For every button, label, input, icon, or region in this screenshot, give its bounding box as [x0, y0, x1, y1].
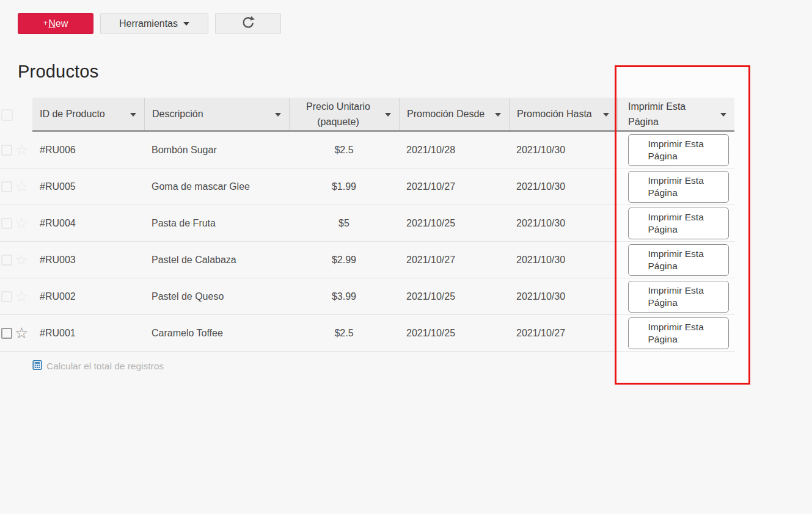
- cell-product-id: #RU005: [32, 181, 144, 192]
- select-all-checkbox[interactable]: [1, 109, 13, 121]
- cell-description: Pastel de Queso: [144, 291, 289, 302]
- cell-promo-to: 2021/10/30: [509, 181, 617, 192]
- page-title: Productos: [18, 62, 98, 82]
- sort-dropdown-icon: [275, 113, 281, 117]
- table-row: ☆ #RU003 Pastel de Calabaza $2.99 2021/1…: [0, 242, 734, 278]
- column-header-promo-from[interactable]: Promoción Desde: [399, 98, 509, 130]
- calculate-total-link[interactable]: Calcular el total de registros: [32, 354, 164, 378]
- print-page-button-label: Imprimir Esta Página: [648, 175, 709, 199]
- cell-promo-to: 2021/10/27: [509, 328, 617, 339]
- print-page-button-label: Imprimir Esta Página: [648, 284, 709, 309]
- table-body: ☆ #RU006 Bombón Sugar $2.5 2021/10/28 20…: [0, 132, 734, 352]
- sort-dropdown-icon: [720, 113, 726, 117]
- cell-product-id: #RU004: [32, 218, 144, 229]
- cell-promo-from: 2021/10/27: [399, 255, 509, 266]
- new-button[interactable]: +New: [18, 13, 93, 34]
- row-checkbox[interactable]: [1, 181, 12, 192]
- print-page-button-label: Imprimir Esta Página: [648, 211, 709, 236]
- favorite-star-icon[interactable]: ☆: [15, 324, 28, 343]
- cell-price: $2.5: [289, 145, 399, 156]
- favorite-star-icon[interactable]: ☆: [15, 287, 28, 306]
- table-header-row: ID de Producto Descripción Precio Unitar…: [32, 98, 734, 132]
- sort-dropdown-icon: [130, 113, 136, 117]
- cell-promo-from: 2021/10/25: [399, 328, 509, 339]
- column-header-label: ID de Producto: [40, 106, 128, 121]
- cell-description: Caramelo Toffee: [144, 328, 289, 339]
- column-header-label: Precio Unitario: [306, 99, 370, 114]
- sort-dropdown-icon: [495, 113, 501, 117]
- table-row: ☆ #RU002 Pastel de Queso $3.99 2021/10/2…: [0, 278, 734, 315]
- column-header-promo-to[interactable]: Promoción Hasta: [509, 98, 617, 130]
- chevron-down-icon: [183, 22, 189, 26]
- row-checkbox[interactable]: [1, 145, 12, 156]
- cell-price: $2.99: [289, 255, 399, 266]
- print-page-button-label: Imprimir Esta Página: [648, 321, 709, 346]
- favorite-star-icon[interactable]: ☆: [15, 214, 28, 233]
- table-row: ☆ #RU005 Goma de mascar Glee $1.99 2021/…: [0, 168, 734, 205]
- cell-promo-to: 2021/10/30: [509, 255, 617, 266]
- cell-promo-from: 2021/10/28: [399, 145, 509, 156]
- column-header-label: Promoción Hasta: [517, 106, 601, 121]
- new-button-accesskey: N: [48, 18, 56, 29]
- cell-product-id: #RU001: [32, 328, 144, 339]
- column-header-label: Descripción: [152, 106, 273, 121]
- table-row: ☆ #RU006 Bombón Sugar $2.5 2021/10/28 20…: [0, 132, 734, 168]
- row-checkbox[interactable]: [1, 328, 12, 339]
- print-page-button[interactable]: Imprimir Esta Página: [628, 317, 729, 349]
- cell-promo-from: 2021/10/25: [399, 291, 509, 302]
- cell-product-id: #RU003: [32, 255, 144, 266]
- row-checkbox[interactable]: [1, 255, 12, 266]
- cell-description: Pasta de Fruta: [144, 218, 289, 229]
- favorite-star-icon[interactable]: ☆: [15, 140, 28, 160]
- cell-promo-from: 2021/10/25: [399, 218, 509, 229]
- calculator-icon: [32, 360, 42, 372]
- cell-promo-to: 2021/10/30: [509, 291, 617, 302]
- sort-dropdown-icon: [603, 113, 609, 117]
- column-header-label: Imprimir Esta: [628, 99, 719, 114]
- cell-price: $3.99: [289, 291, 399, 302]
- favorite-star-icon[interactable]: ☆: [15, 250, 28, 270]
- sort-dropdown-icon: [385, 113, 391, 117]
- print-page-button-label: Imprimir Esta Página: [648, 138, 709, 162]
- print-page-button[interactable]: Imprimir Esta Página: [628, 208, 729, 239]
- row-checkbox[interactable]: [1, 291, 12, 302]
- table-row: ☆ #RU004 Pasta de Fruta $5 2021/10/25 20…: [0, 205, 734, 242]
- cell-price: $1.99: [289, 181, 399, 192]
- print-page-button-label: Imprimir Esta Página: [648, 248, 709, 272]
- print-page-button[interactable]: Imprimir Esta Página: [628, 171, 729, 203]
- favorite-star-icon[interactable]: ☆: [15, 177, 28, 197]
- column-header-product-id[interactable]: ID de Producto: [32, 98, 144, 130]
- calculate-total-label: Calcular el total de registros: [46, 361, 164, 372]
- tools-dropdown-button[interactable]: Herramientas: [100, 13, 208, 34]
- cell-promo-to: 2021/10/30: [509, 145, 617, 156]
- new-button-label: ew: [56, 18, 68, 29]
- cell-description: Goma de mascar Glee: [144, 181, 289, 192]
- column-header-unit-price[interactable]: Precio Unitario (paquete): [289, 98, 399, 130]
- column-header-label: Promoción Desde: [407, 106, 493, 121]
- cell-price: $2.5: [289, 328, 399, 339]
- cell-promo-to: 2021/10/30: [509, 218, 617, 229]
- cell-promo-from: 2021/10/27: [399, 181, 509, 192]
- refresh-icon: [240, 14, 257, 34]
- print-page-button[interactable]: Imprimir Esta Página: [628, 281, 729, 313]
- cell-description: Bombón Sugar: [144, 145, 289, 156]
- plus-icon: +: [43, 18, 48, 27]
- tools-label: Herramientas: [119, 18, 178, 29]
- column-header-label-line2: Página: [628, 114, 719, 129]
- cell-product-id: #RU006: [32, 145, 144, 156]
- column-header-description[interactable]: Descripción: [144, 98, 289, 130]
- column-header-print-page[interactable]: Imprimir Esta Página: [617, 98, 734, 130]
- table-row: ☆ #RU001 Caramelo Toffee $2.5 2021/10/25…: [0, 315, 734, 352]
- refresh-button[interactable]: [215, 13, 281, 34]
- cell-description: Pastel de Calabaza: [144, 255, 289, 266]
- toolbar: +New Herramientas: [0, 0, 812, 43]
- print-page-button[interactable]: Imprimir Esta Página: [628, 244, 729, 276]
- print-page-button[interactable]: Imprimir Esta Página: [628, 134, 729, 166]
- row-checkbox[interactable]: [1, 218, 12, 229]
- cell-product-id: #RU002: [32, 291, 144, 302]
- column-header-label-line2: (paquete): [317, 114, 359, 129]
- cell-price: $5: [289, 218, 399, 229]
